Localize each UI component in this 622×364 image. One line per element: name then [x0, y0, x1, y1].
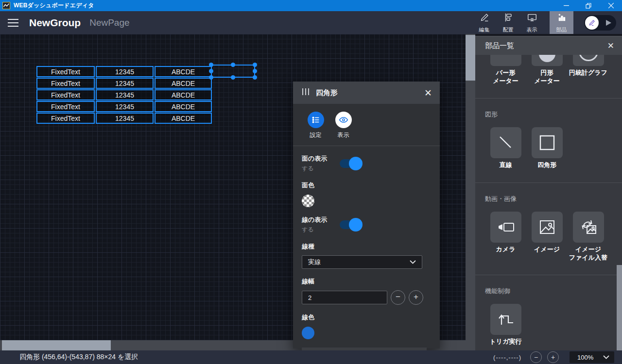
- pie-chart-icon: [573, 55, 604, 66]
- drag-handle-icon[interactable]: [302, 88, 311, 98]
- selection-handle[interactable]: [231, 75, 235, 80]
- table-cell[interactable]: FixedText: [36, 78, 95, 89]
- face-display-state: する: [302, 165, 327, 173]
- properties-tabs: 設定 表示: [302, 112, 431, 139]
- circle-meter-icon: [532, 55, 563, 66]
- parts-tool-button[interactable]: 部品: [550, 11, 573, 34]
- group-name[interactable]: NewGroup: [29, 17, 81, 29]
- display-tool-button[interactable]: 表示: [520, 11, 544, 34]
- canvas-vertical-scrollbar[interactable]: [466, 34, 475, 340]
- display-tool-label: 表示: [527, 26, 537, 33]
- face-display-field: 面の表示 する: [302, 154, 431, 173]
- properties-panel-close-button[interactable]: ✕: [424, 88, 432, 98]
- table-cell[interactable]: 12345: [96, 66, 154, 77]
- status-bar: 四角形 (456,64)-(543,87) 88×24 を選択 (----,--…: [0, 350, 622, 364]
- arrange-tool-button[interactable]: 配置: [496, 11, 520, 34]
- table-cell[interactable]: 12345: [96, 101, 154, 112]
- vertical-scrollbar-thumb[interactable]: [466, 35, 475, 81]
- selection-handle[interactable]: [253, 75, 257, 80]
- selection-handle[interactable]: [231, 63, 235, 67]
- editor-header: NewGroup NewPage 編集 配置 表示 部品: [0, 11, 622, 34]
- app-icon: [2, 2, 10, 9]
- parts-panel-scrollbar-thumb[interactable]: [617, 265, 622, 351]
- table-cell[interactable]: 12345: [96, 89, 154, 100]
- table-cell[interactable]: ABCDE: [155, 78, 212, 89]
- selection-handle[interactable]: [209, 63, 213, 67]
- media-section-label: 動画・画像: [485, 195, 622, 203]
- line-display-toggle[interactable]: [340, 220, 361, 229]
- line-display-label: 線の表示: [302, 215, 327, 224]
- shapes-section-label: 図形: [485, 110, 622, 119]
- line-type-field: 線種 実線: [302, 242, 431, 269]
- part-item-image-swap[interactable]: イメージ ファイル入替: [568, 212, 609, 262]
- face-color-label: 面色: [302, 181, 431, 190]
- part-item-trigger[interactable]: トリガ実行: [485, 304, 526, 346]
- parts-panel: 部品一覧 ✕ バー形 メーター 円形 メーター 円統計グラフ: [475, 36, 622, 350]
- window-titlebar: WEBダッシュボードエディタ: [0, 0, 622, 11]
- part-item-pie-chart[interactable]: 円統計グラフ: [568, 55, 609, 85]
- selection-handle[interactable]: [253, 63, 257, 67]
- shapes-section: 図形 直線 四角形: [475, 98, 622, 182]
- table-cell[interactable]: ABCDE: [155, 113, 212, 124]
- arrange-icon: [503, 12, 514, 25]
- table-cell[interactable]: ABCDE: [155, 89, 212, 100]
- tab-view[interactable]: 表示: [329, 112, 357, 139]
- properties-panel: 四角形 ✕ 設定 表示: [293, 82, 440, 348]
- edit-tool-button[interactable]: 編集: [472, 11, 496, 34]
- part-item-circle-meter[interactable]: 円形 メーター: [526, 55, 568, 85]
- media-section: 動画・画像 カメラ イメージ: [475, 182, 622, 275]
- table-cell[interactable]: 12345: [96, 78, 154, 89]
- selected-rectangle[interactable]: [211, 65, 255, 78]
- page-name[interactable]: NewPage: [89, 17, 129, 28]
- properties-panel-header[interactable]: 四角形 ✕: [293, 82, 440, 104]
- image-icon: [532, 212, 563, 243]
- part-item-rectangle[interactable]: 四角形: [526, 127, 568, 169]
- edit-run-mode-toggle[interactable]: [584, 15, 616, 31]
- chevron-down-icon: [410, 260, 416, 264]
- line-type-label: 線種: [302, 242, 431, 251]
- face-color-field: 面色: [302, 181, 431, 207]
- line-width-input[interactable]: 2: [302, 291, 387, 304]
- zoom-out-button[interactable]: −: [530, 351, 542, 363]
- hamburger-menu-button[interactable]: [7, 16, 24, 30]
- selection-handle[interactable]: [209, 75, 213, 80]
- close-button[interactable]: [600, 0, 622, 11]
- face-color-swatch[interactable]: [302, 195, 314, 207]
- selection-handle[interactable]: [209, 69, 213, 73]
- trigger-run-icon: [490, 304, 521, 335]
- chevron-down-icon: [603, 355, 609, 359]
- play-icon: [606, 20, 611, 26]
- part-item-bar-meter[interactable]: バー形 メーター: [485, 55, 526, 85]
- table-cell[interactable]: ABCDE: [155, 101, 212, 112]
- part-item-image[interactable]: イメージ: [526, 212, 568, 262]
- image-swap-icon: [573, 212, 604, 243]
- face-display-toggle[interactable]: [340, 159, 361, 168]
- zoom-in-button[interactable]: +: [547, 351, 559, 363]
- restore-button[interactable]: [577, 0, 600, 11]
- line-width-field: 線幅 2 − +: [302, 277, 431, 305]
- edit-mode-knob: [585, 16, 599, 30]
- function-section-label: 機能制御: [485, 287, 622, 296]
- line-color-swatch[interactable]: [302, 327, 314, 339]
- line-type-select[interactable]: 実線: [302, 255, 422, 269]
- table-cell[interactable]: FixedText: [36, 89, 95, 100]
- zoom-level-select[interactable]: 100%: [570, 351, 614, 363]
- selection-handle[interactable]: [253, 69, 257, 73]
- tab-settings[interactable]: 設定: [302, 112, 329, 139]
- table-cell[interactable]: FixedText: [36, 101, 95, 112]
- table-row: FixedText12345ABCDE: [36, 101, 212, 113]
- table-cell[interactable]: FixedText: [36, 66, 95, 77]
- part-item-camera[interactable]: カメラ: [485, 212, 526, 262]
- table-cell[interactable]: ABCDE: [155, 66, 212, 77]
- properties-panel-title: 四角形: [316, 88, 338, 98]
- bar-meter-icon: [490, 55, 521, 66]
- line-width-label: 線幅: [302, 277, 431, 286]
- table-cell[interactable]: 12345: [96, 113, 154, 124]
- line-width-increase-button[interactable]: +: [409, 290, 423, 305]
- line-width-decrease-button[interactable]: −: [391, 290, 405, 305]
- part-item-line[interactable]: 直線: [485, 127, 526, 169]
- minimize-button[interactable]: [555, 0, 577, 11]
- horizontal-scrollbar-thumb[interactable]: [2, 340, 111, 350]
- parts-panel-close-button[interactable]: ✕: [607, 42, 614, 50]
- table-cell[interactable]: FixedText: [36, 113, 95, 124]
